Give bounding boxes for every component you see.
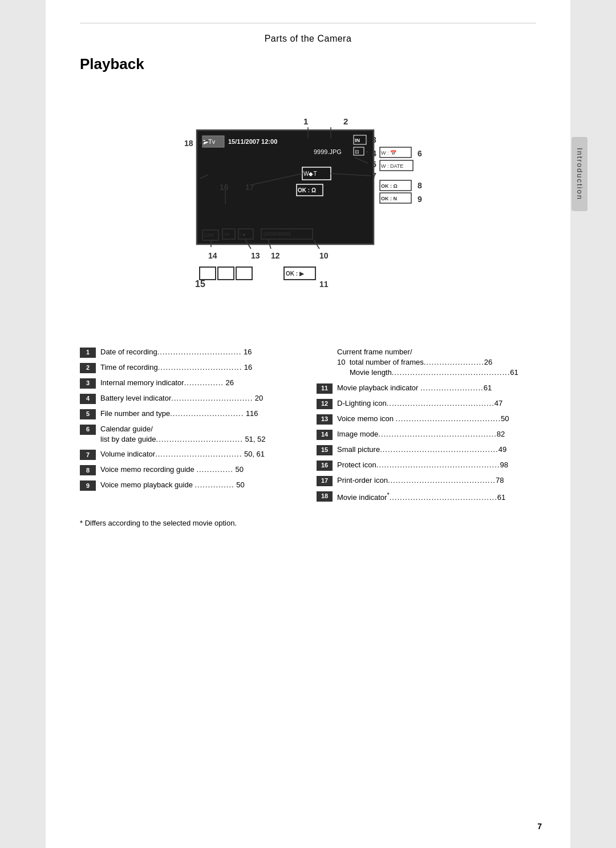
svg-text:⊟: ⊟ xyxy=(355,149,359,155)
svg-rect-30 xyxy=(218,267,234,280)
svg-text:12: 12 xyxy=(271,251,280,260)
svg-text:OK : N: OK : N xyxy=(381,196,397,201)
list-item: 4 Battery level indicator...............… xyxy=(80,393,299,404)
svg-text:OK : Ω: OK : Ω xyxy=(298,187,316,193)
page-title: Parts of the Camera xyxy=(265,34,352,43)
list-item: 9 Voice memo playback guide ............… xyxy=(80,480,299,491)
svg-text:OK : ▶: OK : ▶ xyxy=(286,270,305,277)
svg-text:W◆T: W◆T xyxy=(303,171,317,177)
svg-text:9: 9 xyxy=(418,195,422,204)
diagram-area: ▶Tv 15/11/2007 12:00 IN 9999.JPG ⊟ W◆T O… xyxy=(108,90,508,336)
svg-text:2: 2 xyxy=(343,116,348,126)
svg-text:15: 15 xyxy=(195,279,205,289)
svg-text:W : 📅: W : 📅 xyxy=(381,150,397,156)
legend-left-col: 1 Date of recording.....................… xyxy=(80,347,299,507)
legend-section: 1 Date of recording.....................… xyxy=(80,347,536,507)
list-item: Current frame number/10 total number of … xyxy=(317,347,536,378)
svg-text:5: 5 xyxy=(372,160,376,169)
svg-text:OK : Ω: OK : Ω xyxy=(381,183,398,189)
svg-text:♪N: ♪N xyxy=(224,232,229,237)
svg-text:10: 10 xyxy=(319,251,329,260)
svg-text:♪▲: ♪▲ xyxy=(240,232,246,237)
section-heading: Playback xyxy=(80,55,536,73)
list-item: 17 Print-order icon.....................… xyxy=(317,475,536,486)
svg-rect-29 xyxy=(200,267,216,280)
svg-text:IN: IN xyxy=(355,138,360,143)
list-item: 2 Time of recording.....................… xyxy=(80,362,299,373)
svg-text:8: 8 xyxy=(418,181,422,190)
svg-text:15/11/2007 12:00: 15/11/2007 12:00 xyxy=(228,138,277,145)
list-item: 3 Internal memory indicator.............… xyxy=(80,378,299,389)
svg-text:12M: 12M xyxy=(204,232,214,238)
list-item: 8 Voice memo recording guide ...........… xyxy=(80,465,299,475)
page-number: 7 xyxy=(537,822,542,831)
list-item: 16 Protect icon.........................… xyxy=(317,460,536,471)
list-item: 14 Image mode...........................… xyxy=(317,429,536,440)
list-item: 12 D-Lighting icon......................… xyxy=(317,398,536,409)
list-item: 6 Calendar guide/list by date guide.....… xyxy=(80,424,299,445)
list-item: 11 Movie playback indicator ............… xyxy=(317,383,536,394)
svg-text:13: 13 xyxy=(251,251,260,260)
list-item: 13 Voice memo icon .....................… xyxy=(317,414,536,425)
list-item: 1 Date of recording.....................… xyxy=(80,347,299,358)
footnote: * Differs according to the selected movi… xyxy=(80,519,536,527)
svg-rect-31 xyxy=(236,267,252,280)
svg-text:1: 1 xyxy=(303,116,308,126)
list-item: 18 Movie indicator*.....................… xyxy=(317,491,536,503)
list-item: 5 File number and type..................… xyxy=(80,409,299,419)
svg-text:16: 16 xyxy=(220,183,229,192)
svg-text:4: 4 xyxy=(372,149,376,158)
svg-text:14: 14 xyxy=(208,251,217,260)
svg-text:3: 3 xyxy=(372,135,376,144)
svg-text:W : DATE: W : DATE xyxy=(381,163,403,169)
svg-text:[9999/9999]: [9999/9999] xyxy=(264,231,291,237)
list-item: 15 Small picture........................… xyxy=(317,445,536,455)
svg-text:18: 18 xyxy=(184,139,193,148)
svg-text:7: 7 xyxy=(372,171,376,180)
side-tab: Introduction xyxy=(572,137,587,211)
svg-text:9999.JPG: 9999.JPG xyxy=(314,148,342,155)
svg-text:17: 17 xyxy=(245,183,254,192)
list-item: 7 Volume indicator......................… xyxy=(80,449,299,460)
legend-right-col: Current frame number/10 total number of … xyxy=(317,347,536,507)
svg-text:11: 11 xyxy=(319,280,329,289)
svg-text:6: 6 xyxy=(418,149,422,158)
